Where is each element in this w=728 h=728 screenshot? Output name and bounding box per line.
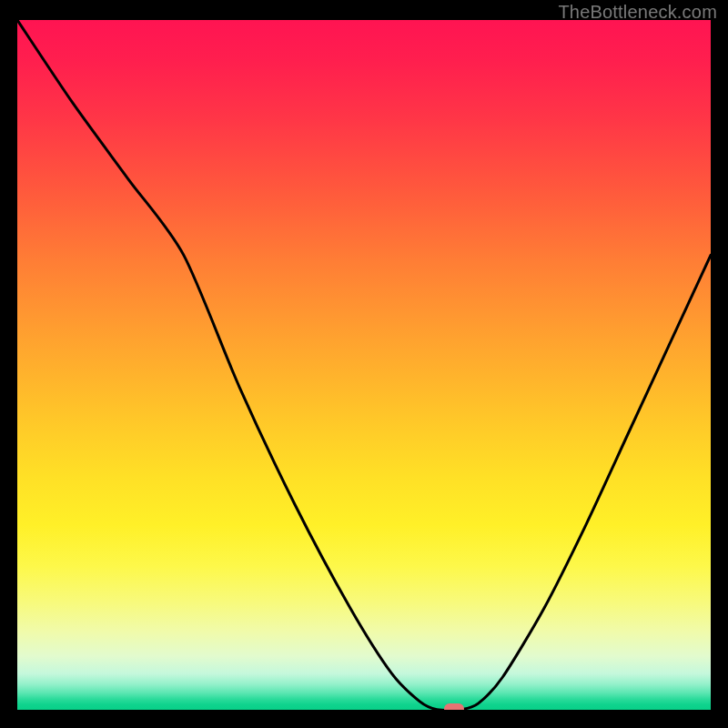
x-axis-baseline: [17, 710, 711, 712]
watermark-text: TheBottleneck.com: [558, 2, 717, 23]
bottleneck-curve: [17, 20, 711, 712]
chart-frame: TheBottleneck.com: [0, 0, 728, 728]
plot-area: [17, 20, 711, 712]
